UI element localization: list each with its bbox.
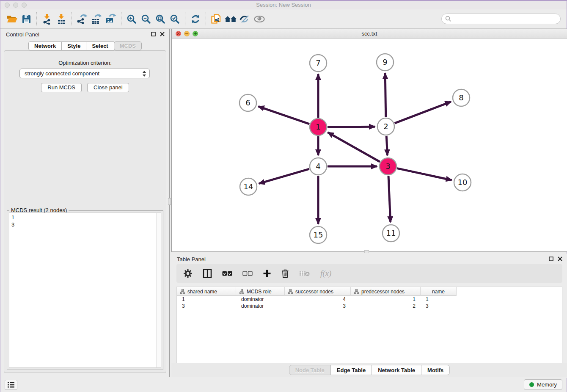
network-canvas[interactable]: 7968124314101511 bbox=[172, 39, 567, 251]
column-header-name[interactable]: name bbox=[421, 287, 457, 296]
open-session-button[interactable] bbox=[5, 12, 19, 26]
export-network-button[interactable] bbox=[75, 12, 89, 26]
unselect-all-button[interactable] bbox=[242, 271, 253, 276]
search-input[interactable] bbox=[441, 14, 561, 24]
delete-column-button[interactable] bbox=[281, 269, 289, 278]
export-table-button[interactable] bbox=[89, 12, 104, 26]
cell-shared-name[interactable]: 3 bbox=[177, 303, 236, 309]
column-header-mcds-role[interactable]: MCDS role bbox=[236, 287, 285, 296]
optimization-criterion-select[interactable]: strongly connected component bbox=[19, 69, 150, 78]
close-panel-icon[interactable] bbox=[160, 32, 165, 36]
mcds-result-scrollbar[interactable] bbox=[156, 213, 161, 367]
import-table-button[interactable] bbox=[54, 12, 69, 26]
tab-edge-table[interactable]: Edge Table bbox=[330, 365, 372, 375]
network-window-titlebar[interactable]: scc.txt bbox=[172, 29, 567, 39]
zoom-in-icon bbox=[127, 14, 137, 24]
zoom-network-button[interactable] bbox=[193, 31, 198, 36]
edge-4-14[interactable] bbox=[259, 169, 309, 184]
minimize-network-button[interactable] bbox=[184, 31, 190, 36]
select-all-button[interactable] bbox=[222, 271, 232, 276]
zoom-fit-button[interactable] bbox=[153, 12, 168, 26]
tab-style[interactable]: Style bbox=[61, 41, 86, 50]
cell-predecessor-nodes[interactable]: 1 bbox=[351, 296, 421, 303]
column-header-label: name bbox=[432, 289, 445, 295]
delete-table-icon bbox=[299, 270, 310, 277]
show-visual-button[interactable] bbox=[252, 12, 267, 26]
cell-successor-nodes[interactable]: 4 bbox=[285, 296, 351, 303]
run-mcds-button[interactable]: Run MCDS bbox=[41, 83, 82, 92]
tab-select[interactable]: Select bbox=[86, 41, 114, 50]
edge-2-8[interactable] bbox=[395, 102, 451, 123]
float-panel-icon[interactable] bbox=[549, 257, 553, 261]
node-4[interactable]: 4 bbox=[310, 158, 327, 175]
splitter-handle[interactable] bbox=[364, 250, 369, 253]
cell-mcds-role[interactable]: dominator bbox=[236, 296, 285, 303]
node-15[interactable]: 15 bbox=[310, 226, 327, 243]
float-panel-icon[interactable] bbox=[151, 32, 156, 36]
zoom-out-button[interactable] bbox=[139, 12, 153, 26]
home-layout-button[interactable] bbox=[223, 12, 238, 26]
task-history-button[interactable] bbox=[5, 380, 17, 390]
eye-icon bbox=[253, 15, 265, 23]
splitter-handle[interactable] bbox=[168, 198, 171, 205]
close-panel-button[interactable]: Close panel bbox=[87, 83, 129, 92]
column-header-label: MCDS role bbox=[247, 289, 272, 295]
column-header-predecessor-nodes[interactable]: predecessor nodes bbox=[351, 287, 421, 296]
node-1[interactable]: 1 bbox=[310, 119, 327, 135]
hide-visual-button[interactable] bbox=[238, 12, 252, 26]
zoom-selected-button[interactable] bbox=[168, 12, 182, 26]
tab-node-table[interactable]: Node Table bbox=[289, 365, 331, 375]
node-14[interactable]: 14 bbox=[240, 178, 257, 195]
cell-shared-name[interactable]: 1 bbox=[177, 296, 236, 303]
cell-mcds-role[interactable]: dominator bbox=[236, 303, 285, 309]
tab-mcds[interactable]: MCDS bbox=[114, 41, 142, 50]
edge-2-9[interactable] bbox=[385, 73, 385, 117]
cell-name[interactable]: 3 bbox=[421, 303, 457, 309]
import-network-button[interactable] bbox=[40, 12, 54, 26]
column-header-shared-name[interactable]: shared name bbox=[177, 287, 236, 296]
column-header-successor-nodes[interactable]: successor nodes bbox=[285, 287, 351, 296]
table-row[interactable]: 1dominator411 bbox=[177, 296, 562, 303]
refresh-layout-button[interactable] bbox=[188, 12, 203, 26]
node-7[interactable]: 7 bbox=[310, 55, 327, 72]
close-network-button[interactable] bbox=[176, 31, 181, 36]
export-image-button[interactable] bbox=[104, 12, 118, 26]
node-10[interactable]: 10 bbox=[454, 174, 471, 191]
edge-3-10[interactable] bbox=[397, 168, 452, 180]
copy-network-button[interactable] bbox=[209, 12, 223, 26]
node-8[interactable]: 8 bbox=[453, 89, 470, 106]
cell-successor-nodes[interactable]: 3 bbox=[285, 303, 351, 309]
delete-table-button[interactable] bbox=[299, 270, 310, 277]
minimize-window-button[interactable] bbox=[13, 3, 18, 8]
node-3[interactable]: 3 bbox=[380, 158, 396, 175]
mcds-result-item[interactable]: 1 bbox=[11, 214, 159, 221]
panel-splitter[interactable] bbox=[169, 29, 171, 378]
edge-3-1[interactable] bbox=[328, 133, 380, 162]
add-column-button[interactable] bbox=[263, 269, 271, 278]
list-icon bbox=[7, 381, 15, 388]
edge-2-3[interactable] bbox=[386, 136, 387, 155]
table-settings-button[interactable] bbox=[183, 269, 193, 278]
save-session-button[interactable] bbox=[19, 12, 33, 26]
function-builder-button[interactable]: f(x) bbox=[320, 269, 331, 278]
zoom-in-button[interactable] bbox=[124, 12, 139, 26]
table-row[interactable]: 3dominator323 bbox=[177, 303, 562, 309]
edge-1-2[interactable] bbox=[328, 127, 375, 127]
memory-button[interactable]: Memory bbox=[524, 379, 562, 390]
node-2[interactable]: 2 bbox=[377, 118, 394, 135]
maximize-window-button[interactable] bbox=[22, 3, 27, 8]
cell-name[interactable]: 1 bbox=[421, 296, 457, 303]
close-panel-icon[interactable] bbox=[558, 257, 562, 261]
node-11[interactable]: 11 bbox=[383, 225, 399, 242]
edge-3-11[interactable] bbox=[388, 176, 391, 222]
cell-predecessor-nodes[interactable]: 2 bbox=[351, 303, 421, 309]
mcds-result-item[interactable]: 3 bbox=[11, 221, 159, 228]
tab-network-table[interactable]: Network Table bbox=[372, 365, 421, 375]
node-6[interactable]: 6 bbox=[239, 94, 256, 111]
node-9[interactable]: 9 bbox=[377, 54, 394, 71]
edge-1-6[interactable] bbox=[259, 106, 310, 124]
column-view-button[interactable] bbox=[203, 269, 212, 278]
close-window-button[interactable] bbox=[5, 3, 10, 8]
tab-motifs[interactable]: Motifs bbox=[421, 365, 450, 375]
tab-network[interactable]: Network bbox=[28, 41, 62, 50]
